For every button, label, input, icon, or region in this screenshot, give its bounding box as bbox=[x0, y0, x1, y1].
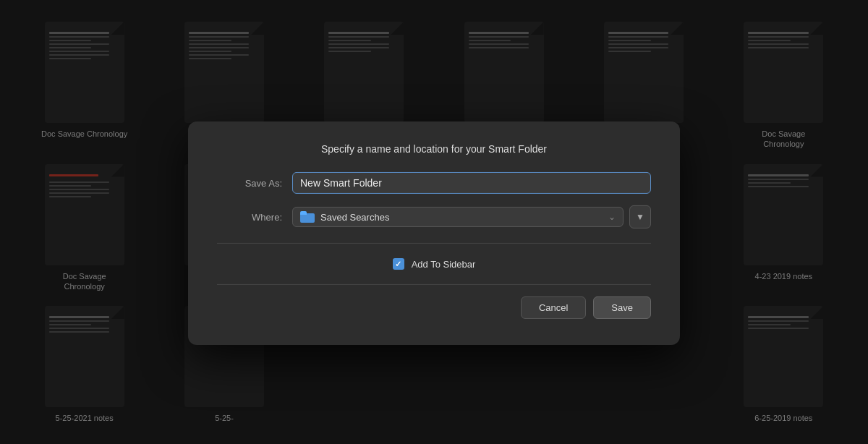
add-to-sidebar-checkbox[interactable]: ✓ bbox=[393, 258, 404, 270]
checkmark-icon: ✓ bbox=[395, 259, 401, 268]
modal-title: Specify a name and location for your Sma… bbox=[217, 143, 651, 155]
where-dropdown-button[interactable]: ▼ bbox=[629, 205, 651, 229]
divider-2 bbox=[217, 284, 651, 285]
chevron-updown-icon: ⌄ bbox=[608, 212, 616, 222]
add-to-sidebar-row: ✓ Add To Sidebar bbox=[217, 258, 651, 270]
save-as-row: Save As: bbox=[217, 172, 651, 194]
chevron-down-icon: ▼ bbox=[636, 212, 644, 222]
where-value: Saved Searches bbox=[320, 211, 603, 222]
divider-1 bbox=[217, 243, 651, 244]
save-as-input[interactable] bbox=[292, 172, 651, 194]
add-to-sidebar-label: Add To Sidebar bbox=[412, 258, 476, 269]
folder-icon bbox=[300, 211, 315, 223]
where-select-row: Saved Searches ⌄ ▼ bbox=[292, 205, 651, 229]
save-as-label: Save As: bbox=[217, 177, 282, 188]
where-select[interactable]: Saved Searches ⌄ bbox=[292, 207, 624, 227]
where-label: Where: bbox=[217, 211, 282, 222]
save-button[interactable]: Save bbox=[593, 296, 651, 319]
smart-folder-dialog: Specify a name and location for your Sma… bbox=[188, 121, 680, 345]
where-row: Where: Saved Searches ⌄ ▼ bbox=[217, 205, 651, 229]
dialog-buttons: Cancel Save bbox=[217, 296, 651, 330]
cancel-button[interactable]: Cancel bbox=[521, 296, 586, 319]
